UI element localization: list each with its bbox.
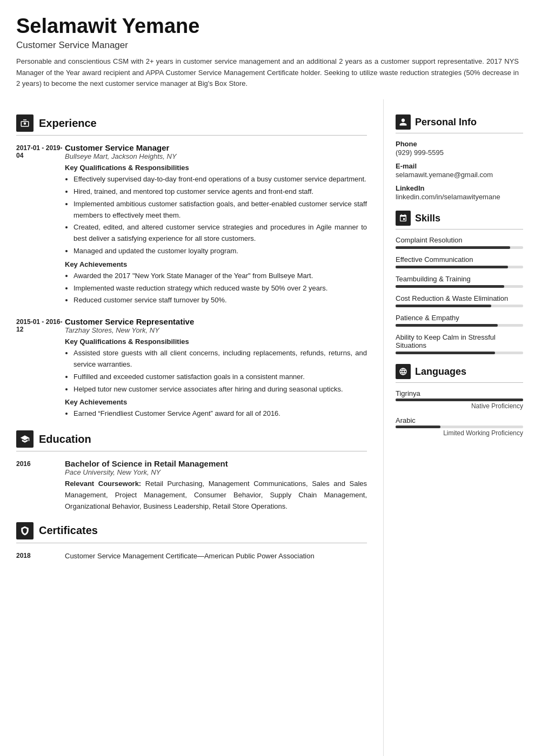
list-item: Awarded the 2017 "New York State Manager… [73,271,367,282]
list-item: Created, edited, and altered customer se… [73,222,367,245]
languages-list: TigrinyaNative ProficiencyArabicLimited … [396,389,523,437]
skill-item: Cost Reduction & Waste Elimination [396,294,523,307]
personal-info-divider [396,133,523,133]
skill-bar-fill [396,246,510,249]
exp-qualifications-list: Assisted store guests with all client co… [65,348,367,395]
language-bar-background [396,399,523,401]
skills-divider [396,229,523,230]
phone-label: Phone [396,140,523,148]
exp-company: Tarzhay Stores, New York, NY [65,326,367,334]
resume-page: Selamawit Yemane Customer Service Manage… [0,0,535,756]
certificates-section-title: Certificates [16,522,367,539]
language-bar-fill [396,399,523,401]
email-value: selamawit.yemane@gmail.com [396,171,523,179]
list-item: Hired, trained, and mentored top custome… [73,186,367,198]
language-name: Arabic [396,416,523,424]
personal-info-icon [396,114,411,130]
skills-label: Skills [415,213,440,224]
education-section-title: Education [16,430,367,448]
language-proficiency: Limited Working Proficiency [396,429,523,437]
cert-description: Customer Service Management Certificate—… [65,551,315,562]
skills-list: Complaint ResolutionEffective Communicat… [396,236,523,354]
exp-title: Customer Service Manager [65,143,367,152]
exp-dates: 2017-01 - 2019-04 [16,143,65,307]
list-item: Fulfilled and exceeded customer satisfac… [73,372,367,383]
skill-name: Teambuilding & Training [396,275,523,283]
experience-icon [16,114,34,132]
language-bar-background [396,426,523,428]
experience-entry: 2015-01 - 2016-12Customer Service Repres… [16,317,367,421]
certificates-label: Certificates [39,524,98,537]
skill-name: Cost Reduction & Waste Elimination [396,294,523,302]
candidate-name: Selamawit Yemane [16,15,519,38]
skill-name: Ability to Keep Calm in Stressful Situat… [396,333,523,349]
skill-name: Complaint Resolution [396,236,523,244]
exp-achievements-list: Earned “Friendliest Customer Service Age… [65,408,367,420]
phone-item: Phone (929) 999-5595 [396,140,523,157]
candidate-title: Customer Service Manager [16,40,519,51]
languages-label: Languages [415,366,466,377]
education-divider [16,451,367,451]
skill-bar-fill [396,305,491,307]
education-icon [16,430,34,448]
skill-bar-fill [396,266,508,268]
education-entry: 2016Bachelor of Science in Retail Manage… [16,459,367,512]
exp-qualifications-heading: Key Qualifications & Responsibilities [65,338,367,346]
list-item: Effectively supervised day-to-day front-… [73,174,367,185]
skill-name: Patience & Empathy [396,314,523,322]
personal-info-section-title: Personal Info [396,114,523,130]
list-item: Reduced customer service staff turnover … [73,295,367,306]
edu-institution: Pace University, New York, NY [65,468,367,476]
exp-dates: 2015-01 - 2016-12 [16,317,65,421]
exp-details: Customer Service ManagerBullseye Mart, J… [65,143,367,307]
personal-info-label: Personal Info [415,117,477,128]
cert-year: 2018 [16,551,65,562]
skill-bar-background [396,266,523,268]
skill-name: Effective Communication [396,255,523,264]
email-label: E-mail [396,162,523,170]
linkedin-item: LinkedIn linkedin.com/in/selamawityemane [396,184,523,201]
experience-label: Experience [39,117,97,130]
skill-bar-background [396,246,523,249]
content-area: Experience 2017-01 - 2019-04Customer Ser… [0,99,535,756]
exp-company: Bullseye Mart, Jackson Heights, NY [65,152,367,160]
skill-bar-background [396,324,523,327]
linkedin-value: linkedin.com/in/selamawityemane [396,193,523,201]
list-item: Managed and updated the customer loyalty… [73,246,367,257]
exp-qualifications-list: Effectively supervised day-to-day front-… [65,174,367,257]
skill-bar-fill [396,352,495,354]
edu-degree: Bachelor of Science in Retail Management [65,459,367,468]
language-bar-fill [396,426,440,428]
exp-achievements-heading: Key Achievements [65,398,367,406]
experience-entry: 2017-01 - 2019-04Customer Service Manage… [16,143,367,307]
skill-item: Effective Communication [396,255,523,268]
exp-achievements-heading: Key Achievements [65,260,367,268]
language-item: TigrinyaNative Proficiency [396,389,523,410]
exp-achievements-list: Awarded the 2017 "New York State Manager… [65,271,367,306]
summary: Personable and conscientious CSM with 2+… [16,56,519,90]
skill-item: Teambuilding & Training [396,275,523,288]
list-item: Implemented ambitious customer satisfact… [73,199,367,221]
education-label: Education [39,433,91,446]
certificates-list: 2018Customer Service Management Certific… [16,551,367,562]
right-column: Personal Info Phone (929) 999-5595 E-mai… [384,99,535,756]
languages-section-title: Languages [396,364,523,379]
skill-item: Complaint Resolution [396,236,523,249]
exp-details: Customer Service RepresentativeTarzhay S… [65,317,367,421]
exp-title: Customer Service Representative [65,317,367,326]
experience-divider [16,135,367,136]
experience-list: 2017-01 - 2019-04Customer Service Manage… [16,143,367,421]
skill-bar-fill [396,285,504,288]
language-item: ArabicLimited Working Proficiency [396,416,523,437]
exp-qualifications-heading: Key Qualifications & Responsibilities [65,164,367,172]
list-item: Implemented waste reduction strategy whi… [73,283,367,294]
certificates-divider [16,543,367,543]
language-name: Tigrinya [396,389,523,397]
skill-bar-background [396,285,523,288]
language-proficiency: Native Proficiency [396,402,523,410]
left-column: Experience 2017-01 - 2019-04Customer Ser… [0,99,384,756]
edu-coursework: Relevant Coursework: Retail Purchasing, … [65,478,367,512]
edu-year: 2016 [16,459,65,512]
email-item: E-mail selamawit.yemane@gmail.com [396,162,523,179]
edu-details: Bachelor of Science in Retail Management… [65,459,367,512]
